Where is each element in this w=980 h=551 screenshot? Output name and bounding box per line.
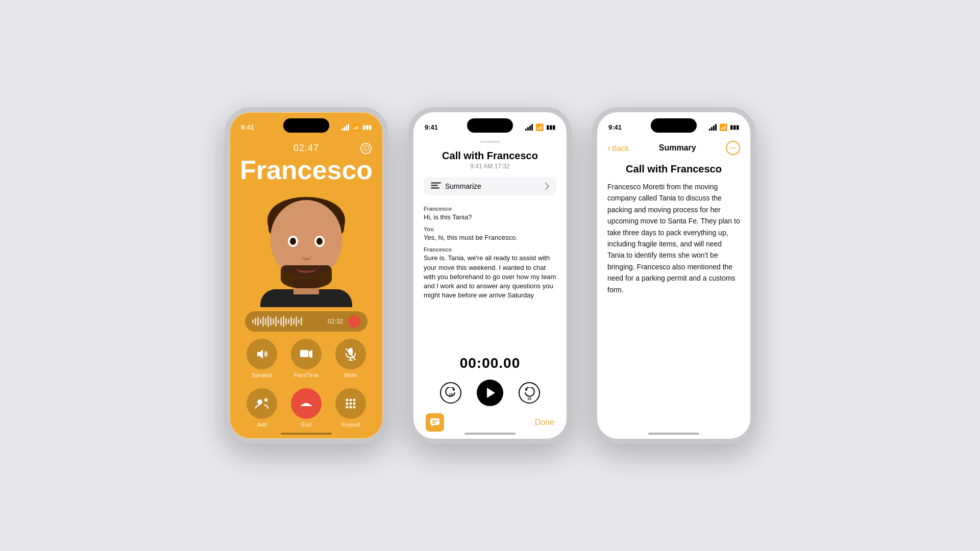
wave-line [257, 317, 259, 326]
summary-nav: ‹ Back Summary ··· [607, 138, 740, 158]
speaker-name-1: Francesco [424, 206, 556, 212]
signal-bar [715, 124, 717, 131]
speaker-name-3: Francesco [424, 246, 556, 253]
memoji-pupil-right [316, 238, 323, 245]
info-icon[interactable]: ⓘ [360, 143, 372, 154]
avatar [250, 190, 362, 307]
svg-point-13 [346, 403, 348, 405]
signal-bars-1 [341, 124, 349, 131]
speaker-name-2: You [424, 226, 556, 232]
chevron-right-icon [545, 183, 549, 190]
skip-forward-label: 15 [527, 397, 531, 400]
summary-content: ‹ Back Summary ··· Call with Francesco F… [597, 138, 750, 439]
svg-rect-20 [431, 185, 438, 186]
wave-line [252, 319, 254, 323]
status-time-2: 9:41 [425, 123, 438, 131]
transcript-text-1: Hi, is this Tania? [424, 213, 556, 222]
wave-line [273, 318, 274, 324]
wave-line [296, 316, 297, 327]
status-icons-2: 📶 ▮▮▮ [525, 123, 555, 131]
summarize-left: Summarize [431, 182, 481, 190]
end-call-icon [291, 388, 322, 419]
wave-line [265, 318, 266, 325]
wave-line [280, 317, 282, 325]
svg-marker-25 [431, 425, 434, 427]
back-label: Back [612, 144, 629, 153]
transcript-text-2: Yes, hi, this must be Francesco. [424, 233, 556, 242]
facetime-label: FaceTime [294, 372, 319, 378]
more-options-button[interactable]: ··· [726, 141, 740, 155]
summary-title: Call with Francesco [607, 163, 740, 175]
play-icon [487, 388, 495, 398]
signal-bar [709, 129, 710, 131]
facetime-button[interactable]: FaceTime [291, 339, 322, 378]
dynamic-island-2 [467, 118, 513, 133]
svg-point-7 [257, 399, 262, 405]
add-icon [247, 388, 277, 419]
wave-line [288, 319, 289, 324]
signal-bar [529, 126, 531, 131]
signal-bar [711, 127, 713, 131]
skip-back-button[interactable]: 15 [440, 382, 461, 404]
phone-active-call: 9:41 📶 ▮▮▮ ⓘ 02:47 Francesco [225, 107, 388, 444]
summary-nav-title: Summary [659, 143, 696, 153]
svg-marker-23 [525, 389, 528, 391]
end-label: End [301, 421, 311, 428]
add-button[interactable]: Add [247, 388, 277, 428]
call-controls: Speaker FaceTime [240, 339, 373, 428]
skip-back-circle: 15 [440, 382, 461, 404]
recording-content: Call with Francesco 9:41 AM 17:32 Summar… [413, 138, 567, 439]
wave-line [298, 319, 300, 323]
dynamic-island [283, 118, 329, 133]
signal-bar [525, 129, 527, 131]
signal-bar-1 [341, 129, 343, 131]
memoji-figure [255, 190, 357, 302]
mute-button[interactable]: Mute [335, 339, 366, 378]
svg-point-10 [346, 399, 348, 402]
add-label: Add [257, 421, 267, 428]
wave-line [278, 319, 279, 323]
status-icons-1: 📶 ▮▮▮ [341, 123, 372, 131]
wifi-icon-3: 📶 [719, 123, 727, 131]
dynamic-island-3 [651, 118, 697, 133]
keypad-icon [335, 388, 366, 419]
drag-handle [480, 141, 500, 143]
svg-point-18 [353, 406, 355, 409]
record-button[interactable] [348, 315, 360, 328]
chat-icon-button[interactable] [426, 413, 444, 432]
call-timer: 02:47 [293, 143, 319, 154]
transcript-section: Francesco Hi, is this Tania? You Yes, hi… [424, 202, 556, 350]
waveform-time: 02:32 [328, 318, 343, 325]
caller-name: Francesco [240, 156, 373, 185]
speaker-label: Speaker [252, 372, 273, 378]
wave-line [275, 316, 277, 327]
svg-point-17 [349, 406, 352, 409]
signal-bar [531, 124, 533, 131]
waveform-bar: 02:32 [245, 311, 368, 332]
wave-line [255, 318, 256, 325]
done-button[interactable]: Done [535, 418, 554, 427]
svg-rect-27 [432, 422, 436, 423]
back-button[interactable]: ‹ Back [607, 143, 629, 154]
signal-bars-2 [525, 124, 533, 131]
summarize-button[interactable]: Summarize [424, 177, 556, 195]
wave-line [267, 316, 269, 327]
wave-line [285, 318, 287, 325]
svg-rect-1 [300, 350, 308, 357]
svg-point-11 [349, 399, 352, 402]
wave-line [293, 318, 295, 324]
signal-bar [713, 126, 715, 131]
mute-label: Mute [344, 372, 356, 378]
end-call-button[interactable]: End [291, 388, 322, 428]
wave-line [283, 316, 284, 327]
ellipsis-icon: ··· [730, 144, 736, 152]
speaker-button[interactable]: Speaker [247, 339, 277, 378]
wave-line [260, 319, 261, 324]
play-button[interactable] [477, 380, 503, 406]
skip-forward-button[interactable]: 15 [519, 382, 540, 404]
keypad-label: Keypad [341, 421, 360, 428]
keypad-button[interactable]: Keypad [335, 388, 366, 428]
controls-row-1: Speaker FaceTime [240, 339, 373, 378]
speaker-icon [247, 339, 277, 369]
svg-rect-24 [430, 418, 439, 425]
